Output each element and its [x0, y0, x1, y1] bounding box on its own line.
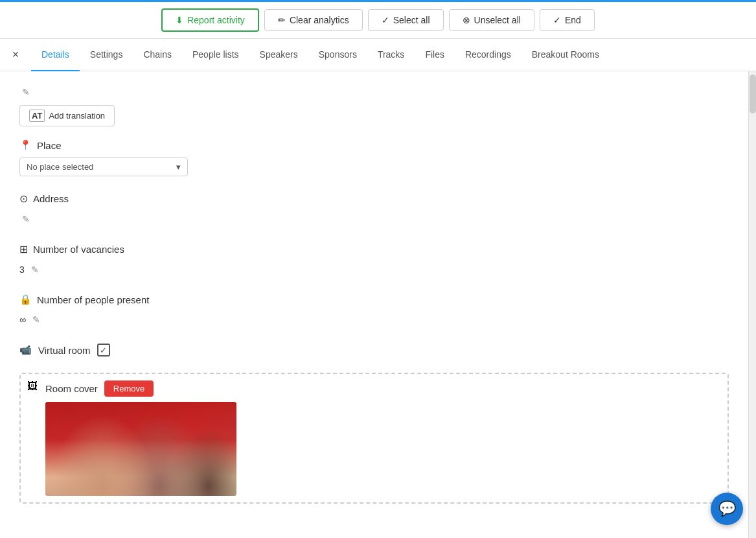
tab-settings[interactable]: Settings	[80, 39, 133, 71]
end-label: End	[565, 15, 581, 25]
download-icon: ⬇	[176, 15, 183, 25]
room-cover-section: 🖼 Room cover Remove	[19, 373, 729, 504]
tab-chains[interactable]: Chains	[133, 39, 182, 71]
people-present-label: 🔒 Number of people present	[19, 294, 729, 305]
main-content: ✎ AT Add translation 📍 Place No place se…	[0, 71, 756, 538]
remove-button[interactable]: Remove	[104, 380, 154, 397]
scrollbar[interactable]	[748, 71, 756, 538]
close-icon: ×	[12, 48, 19, 62]
remove-label: Remove	[113, 384, 144, 393]
tab-sponsors[interactable]: Sponsors	[308, 39, 367, 71]
place-label: 📍 Place	[19, 139, 729, 151]
translate-icon: AT	[29, 110, 45, 122]
tab-bar: × Details Settings Chains People lists S…	[0, 39, 756, 71]
check-circle-icon: ✓	[382, 15, 389, 25]
address-section: ⊙ Address ✎	[19, 193, 729, 227]
compass-icon: ⊙	[19, 193, 28, 205]
room-cover-row: 🖼 Room cover Remove	[19, 373, 729, 504]
place-placeholder: No place selected	[27, 162, 93, 172]
top-edit-icon[interactable]: ✎	[19, 84, 32, 100]
report-activity-label: Report activity	[187, 15, 245, 25]
room-cover-label: Room cover	[45, 383, 98, 394]
room-cover-image	[45, 402, 236, 496]
place-section: 📍 Place No place selected ▾	[19, 139, 729, 176]
clear-analytics-button[interactable]: ✏ Clear analytics	[264, 9, 363, 31]
chevron-down-icon: ▾	[176, 162, 181, 172]
people-present-section: 🔒 Number of people present ∞ ✎	[19, 294, 729, 327]
select-all-button[interactable]: ✓ Select all	[368, 9, 444, 31]
unselect-all-button[interactable]: ⊗ Unselect all	[449, 9, 534, 31]
people-present-value: ∞ ✎	[19, 312, 729, 327]
tab-tracks[interactable]: Tracks	[367, 39, 415, 71]
unselect-all-label: Unselect all	[474, 15, 521, 25]
address-edit-icon[interactable]: ✎	[19, 211, 32, 227]
grid-icon: ⊞	[19, 243, 28, 255]
virtual-room-row: 📹 Virtual room ✓	[19, 344, 729, 357]
scrollbar-thumb[interactable]	[750, 75, 756, 113]
add-translation-button[interactable]: AT Add translation	[19, 105, 115, 126]
vacancies-label: ⊞ Number of vacancies	[19, 243, 729, 255]
report-activity-button[interactable]: ⬇ Report activity	[161, 8, 259, 32]
tab-speakers[interactable]: Speakers	[249, 39, 308, 71]
chat-icon: 💬	[718, 500, 736, 517]
tab-details[interactable]: Details	[31, 39, 80, 71]
close-button[interactable]: ×	[6, 46, 25, 64]
address-label: ⊙ Address	[19, 193, 729, 205]
add-translation-label: Add translation	[49, 111, 105, 121]
tab-files[interactable]: Files	[415, 39, 455, 71]
infinity-symbol: ∞	[19, 314, 26, 325]
content-area: ✎ AT Add translation 📍 Place No place se…	[0, 71, 748, 538]
tab-breakout-rooms[interactable]: Breakout Rooms	[521, 39, 610, 71]
vacancy-number: 3	[19, 264, 25, 275]
check-icon: ✓	[553, 15, 561, 25]
toolbar: ⬇ Report activity ✏ Clear analytics ✓ Se…	[0, 0, 756, 39]
image-icon: 🖼	[27, 380, 38, 392]
vacancy-edit-icon[interactable]: ✎	[29, 262, 41, 277]
people-present-edit-icon[interactable]: ✎	[30, 312, 43, 327]
select-all-label: Select all	[393, 15, 430, 25]
tab-people-lists[interactable]: People lists	[182, 39, 249, 71]
virtual-room-section: 📹 Virtual room ✓	[19, 344, 729, 357]
vacancies-section: ⊞ Number of vacancies 3 ✎	[19, 243, 729, 277]
chat-button[interactable]: 💬	[711, 493, 743, 525]
tab-recordings[interactable]: Recordings	[455, 39, 521, 71]
brush-icon: ✏	[278, 15, 286, 25]
virtual-room-label: Virtual room	[38, 345, 91, 356]
lock-icon: 🔒	[19, 294, 32, 305]
virtual-room-checkbox[interactable]: ✓	[97, 344, 110, 357]
end-button[interactable]: ✓ End	[540, 9, 595, 31]
place-select[interactable]: No place selected ▾	[19, 158, 188, 176]
video-icon: 📹	[19, 344, 32, 356]
pin-icon: 📍	[19, 139, 32, 151]
vacancy-value: 3 ✎	[19, 262, 729, 277]
clear-analytics-label: Clear analytics	[290, 15, 349, 25]
close-circle-icon: ⊗	[463, 15, 470, 25]
